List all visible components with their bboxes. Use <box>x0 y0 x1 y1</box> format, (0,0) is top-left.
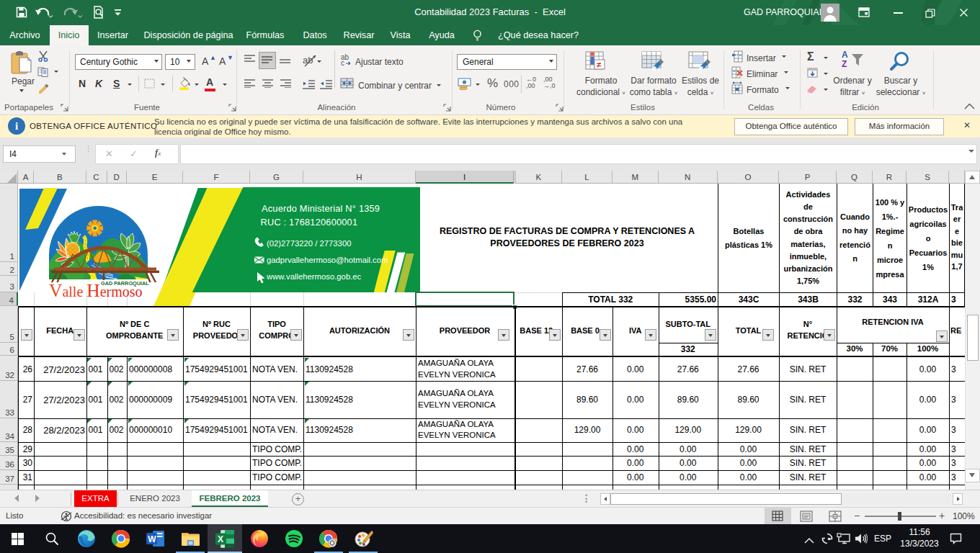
svg-text:RUC : 1768120600001: RUC : 1768120600001 <box>261 217 358 228</box>
svg-text:X: X <box>218 534 223 544</box>
svg-text:www.vallehermoso.gob.ec: www.vallehermoso.gob.ec <box>266 272 362 281</box>
svg-text:Valle Hermoso: Valle Hermoso <box>49 280 143 301</box>
svg-text:(02)2773220 / 2773300: (02)2773220 / 2773300 <box>267 239 351 248</box>
svg-text:gadprvallehermoso@hotmail.com: gadprvallehermoso@hotmail.com <box>267 256 388 264</box>
svg-text:Acuerdo Ministerial N° 1359: Acuerdo Ministerial N° 1359 <box>262 203 380 214</box>
svg-text:≠: ≠ <box>597 60 602 70</box>
svg-text:W: W <box>148 534 156 544</box>
svg-text:c: c <box>341 59 344 66</box>
